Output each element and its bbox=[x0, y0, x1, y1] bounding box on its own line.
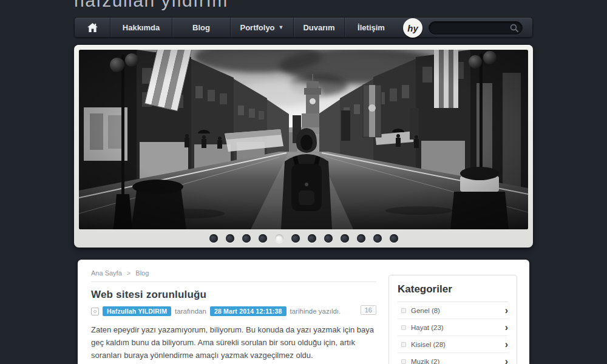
nav-item-duvarim[interactable]: Duvarım bbox=[293, 18, 344, 37]
nav-item-label: İletişim bbox=[358, 23, 385, 32]
nav-item-blog[interactable]: Blog bbox=[172, 18, 230, 37]
category-label: Genel (8) bbox=[411, 307, 505, 314]
search-box bbox=[429, 21, 523, 33]
date-badge[interactable]: 28 Mart 2014 12:11:38 bbox=[210, 306, 287, 316]
slider-dots bbox=[79, 229, 528, 248]
category-label: Hayat (23) bbox=[411, 324, 505, 331]
slider-dot-11[interactable] bbox=[373, 234, 382, 243]
search-input[interactable] bbox=[429, 21, 523, 35]
nav-item-label: Hakkımda bbox=[123, 23, 160, 32]
category-icon bbox=[401, 325, 406, 330]
chevron-down-icon: ▼ bbox=[279, 24, 284, 30]
category-icon bbox=[401, 308, 406, 313]
category-icon bbox=[401, 342, 406, 347]
slider-dot-6[interactable] bbox=[291, 234, 300, 243]
nav-item-label: Portfolyo bbox=[240, 23, 275, 32]
post-title[interactable]: Web sitesi zorunluluğu bbox=[91, 289, 376, 301]
chevron-right-icon: › bbox=[505, 340, 508, 349]
categories-panel: Kategoriler Genel (8) › Hayat (23) › Kis… bbox=[388, 275, 517, 364]
logo-monogram: hy bbox=[407, 23, 418, 33]
site-logo[interactable]: hy bbox=[403, 18, 422, 38]
slider-dot-7[interactable] bbox=[308, 234, 316, 243]
author-badge[interactable]: Hafzullah YILDIRIM bbox=[103, 306, 171, 316]
nav-item-portfolyo[interactable]: Portfolyo ▼ bbox=[230, 18, 293, 37]
breadcrumb: Ana Sayfa > Blog bbox=[91, 269, 149, 277]
content-card: Ana Sayfa > Blog Web sitesi zorunluluğu … bbox=[78, 260, 529, 364]
search-icon[interactable] bbox=[510, 24, 518, 32]
chevron-right-icon: › bbox=[505, 323, 508, 332]
slider-dot-12[interactable] bbox=[390, 234, 398, 243]
nav-item-hakkimda[interactable]: Hakkımda bbox=[110, 18, 172, 37]
slider-dot-3[interactable] bbox=[242, 234, 251, 243]
meta-by-text: tarafından bbox=[175, 308, 206, 315]
slider-dot-5[interactable] bbox=[275, 234, 283, 243]
chevron-right-icon: › bbox=[505, 306, 508, 315]
main-nav: Hakkımda Blog Portfolyo ▼ Duvarım İletiş… bbox=[74, 17, 533, 38]
post-meta: Hafzullah YILDIRIM tarafından 28 Mart 20… bbox=[91, 306, 376, 316]
category-icon bbox=[401, 359, 406, 364]
breadcrumb-separator: > bbox=[127, 269, 131, 277]
category-item-genel[interactable]: Genel (8) › bbox=[398, 302, 508, 319]
slider-dot-10[interactable] bbox=[357, 234, 365, 243]
breadcrumb-divider bbox=[91, 281, 376, 282]
photo-vignette bbox=[79, 50, 528, 229]
nav-item-iletisim[interactable]: İletişim bbox=[344, 18, 398, 37]
home-icon bbox=[87, 23, 98, 32]
post-body: Zaten epeydir yazı yazamıyorum, biliyoru… bbox=[91, 324, 376, 364]
slider-dot-1[interactable] bbox=[209, 234, 218, 243]
category-item-hayat[interactable]: Hayat (23) › bbox=[398, 319, 508, 336]
slider-dot-2[interactable] bbox=[226, 234, 234, 243]
site-title: hafzullah yıldırım bbox=[74, 0, 228, 11]
slider-dot-8[interactable] bbox=[324, 234, 333, 243]
breadcrumb-blog[interactable]: Blog bbox=[135, 269, 149, 277]
slider-dot-9[interactable] bbox=[341, 234, 349, 243]
author-icon bbox=[91, 308, 99, 315]
breadcrumb-home[interactable]: Ana Sayfa bbox=[91, 269, 122, 277]
comment-count-badge[interactable]: 16 bbox=[361, 305, 376, 315]
category-item-kisisel[interactable]: Kisisel (28) › bbox=[398, 336, 508, 353]
post: Web sitesi zorunluluğu Hafzullah YILDIRI… bbox=[91, 289, 376, 364]
nav-item-home[interactable] bbox=[75, 18, 110, 37]
meta-written-text: tarihinde yazıldı. bbox=[290, 308, 341, 315]
category-label: Kisisel (28) bbox=[411, 341, 505, 348]
category-item-muzik[interactable]: Muzik (2) › bbox=[398, 353, 508, 364]
post-paragraph: Zaten epeydir yazı yazamıyorum, biliyoru… bbox=[91, 324, 376, 362]
nav-item-label: Blog bbox=[192, 23, 210, 32]
categories-title: Kategoriler bbox=[398, 283, 508, 302]
image-slider bbox=[74, 45, 533, 248]
category-label: Muzik (2) bbox=[411, 358, 505, 364]
chevron-right-icon: › bbox=[505, 357, 508, 364]
nav-item-label: Duvarım bbox=[303, 23, 334, 32]
slider-dot-4[interactable] bbox=[259, 234, 267, 243]
slider-photo[interactable] bbox=[79, 50, 528, 229]
